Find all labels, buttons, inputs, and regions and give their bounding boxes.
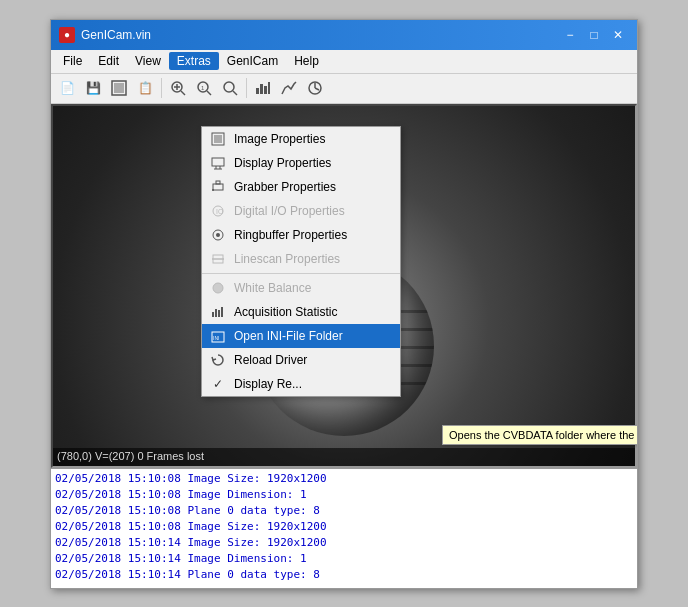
ringbuffer-icon — [210, 227, 226, 243]
svg-point-33 — [213, 283, 223, 293]
image-status: (780,0) V=(207) 0 Frames lost — [53, 448, 635, 466]
menu-genicam[interactable]: GenICam — [219, 52, 286, 70]
toolbar-zoom-fit[interactable] — [218, 76, 242, 100]
svg-rect-1 — [114, 83, 124, 93]
extras-dropdown-menu: Image Properties Display Properties Grab… — [201, 126, 401, 397]
menu-item-white-balance: White Balance — [202, 276, 400, 300]
window-title: GenICam.vin — [81, 28, 151, 42]
log-line: 02/05/2018 15:10:14 Image Dimension: 1 — [55, 551, 633, 567]
white-balance-icon — [210, 280, 226, 296]
check-icon: ✓ — [210, 376, 226, 392]
menu-item-grabber-properties[interactable]: Grabber Properties — [202, 175, 400, 199]
toolbar-hist2[interactable] — [277, 76, 301, 100]
toolbar-save[interactable]: 💾 — [81, 76, 105, 100]
menu-item-digital-io-properties: IO Digital I/O Properties — [202, 199, 400, 223]
log-line: 02/05/2018 15:10:14 Plane 0 data type: 8 — [55, 567, 633, 583]
menu-item-image-properties[interactable]: Image Properties — [202, 127, 400, 151]
menu-item-linescan-properties: Linescan Properties — [202, 247, 400, 271]
svg-text:IO: IO — [216, 208, 224, 215]
svg-rect-12 — [260, 84, 263, 94]
svg-rect-11 — [256, 88, 259, 94]
app-icon: ● — [59, 27, 75, 43]
acquisition-statistic-label: Acquisition Statistic — [234, 305, 337, 319]
minimize-button[interactable]: − — [559, 26, 581, 44]
svg-line-10 — [233, 91, 237, 95]
svg-rect-13 — [264, 86, 267, 94]
digital-io-label: Digital I/O Properties — [234, 204, 345, 218]
acquisition-statistic-icon — [210, 304, 226, 320]
display-resolution-label: Display Re... — [234, 377, 302, 391]
reload-driver-icon — [210, 352, 226, 368]
toolbar-hist3[interactable] — [303, 76, 327, 100]
title-bar: ● GenICam.vin − □ ✕ — [51, 20, 637, 50]
display-properties-label: Display Properties — [234, 156, 331, 170]
display-properties-icon — [210, 155, 226, 171]
svg-rect-24 — [213, 184, 223, 190]
log-area: 02/05/2018 15:10:08 Image Size: 1920x120… — [51, 468, 637, 588]
svg-line-7 — [207, 91, 211, 95]
grabber-properties-label: Grabber Properties — [234, 180, 336, 194]
svg-rect-14 — [268, 82, 270, 94]
menu-sep-1 — [202, 273, 400, 274]
toolbar-zoom-in[interactable] — [166, 76, 190, 100]
toolbar-copy[interactable]: 📋 — [133, 76, 157, 100]
toolbar-hist1[interactable] — [251, 76, 275, 100]
ringbuffer-label: Ringbuffer Properties — [234, 228, 347, 242]
toolbar-open[interactable]: 📄 — [55, 76, 79, 100]
toolbar-sep-2 — [246, 78, 247, 98]
log-line: 02/05/2018 15:10:08 Plane 0 data type: 8 — [55, 503, 633, 519]
svg-rect-34 — [212, 312, 214, 317]
log-line: 02/05/2018 15:10:14 Image Size: 1920x120… — [55, 535, 633, 551]
menu-edit[interactable]: Edit — [90, 52, 127, 70]
toolbar-zoom-100[interactable]: 1 — [192, 76, 216, 100]
menu-item-display-properties[interactable]: Display Properties — [202, 151, 400, 175]
svg-point-9 — [224, 82, 234, 92]
svg-rect-35 — [215, 309, 217, 317]
svg-rect-36 — [218, 310, 220, 317]
toolbar-sep-1 — [161, 78, 162, 98]
svg-text:INI: INI — [213, 335, 219, 341]
main-window: ● GenICam.vin − □ ✕ File Edit View Extra… — [50, 19, 638, 589]
title-controls: − □ ✕ — [559, 26, 629, 44]
tooltip: Opens the CVBDATA folder where the INI-f… — [442, 425, 637, 445]
digital-io-icon: IO — [210, 203, 226, 219]
svg-text:1: 1 — [201, 85, 205, 91]
menu-bar: File Edit View Extras GenICam Help — [51, 50, 637, 74]
menu-item-open-ini-file-folder[interactable]: INI Open INI-File Folder — [202, 324, 400, 348]
svg-line-3 — [181, 91, 185, 95]
toolbar: 📄 💾 📋 1 — [51, 74, 637, 104]
svg-rect-37 — [221, 307, 223, 317]
image-properties-icon — [210, 131, 226, 147]
linescan-label: Linescan Properties — [234, 252, 340, 266]
open-ini-icon: INI — [210, 328, 226, 344]
menu-item-reload-driver[interactable]: Reload Driver — [202, 348, 400, 372]
title-bar-left: ● GenICam.vin — [59, 27, 151, 43]
content-area: (780,0) V=(207) 0 Frames lost Image Prop… — [51, 104, 637, 468]
svg-rect-20 — [212, 158, 224, 166]
svg-point-30 — [216, 233, 220, 237]
menu-item-ringbuffer-properties[interactable]: Ringbuffer Properties — [202, 223, 400, 247]
log-line: 02/05/2018 15:10:08 Image Size: 1920x120… — [55, 519, 633, 535]
menu-file[interactable]: File — [55, 52, 90, 70]
reload-driver-label: Reload Driver — [234, 353, 307, 367]
svg-rect-19 — [214, 135, 222, 143]
menu-view[interactable]: View — [127, 52, 169, 70]
log-line: 02/05/2018 15:10:08 Image Size: 1920x120… — [55, 471, 633, 487]
linescan-icon — [210, 251, 226, 267]
menu-item-acquisition-statistic[interactable]: Acquisition Statistic — [202, 300, 400, 324]
grabber-properties-icon — [210, 179, 226, 195]
open-ini-label: Open INI-File Folder — [234, 329, 343, 343]
image-properties-label: Image Properties — [234, 132, 325, 146]
log-line: 02/05/2018 15:10:08 Image Dimension: 1 — [55, 487, 633, 503]
maximize-button[interactable]: □ — [583, 26, 605, 44]
menu-item-display-resolution[interactable]: ✓ Display Re... — [202, 372, 400, 396]
white-balance-label: White Balance — [234, 281, 311, 295]
close-button[interactable]: ✕ — [607, 26, 629, 44]
menu-extras[interactable]: Extras — [169, 52, 219, 70]
svg-rect-25 — [216, 181, 220, 184]
toolbar-image[interactable] — [107, 76, 131, 100]
menu-help[interactable]: Help — [286, 52, 327, 70]
svg-line-17 — [315, 88, 319, 90]
